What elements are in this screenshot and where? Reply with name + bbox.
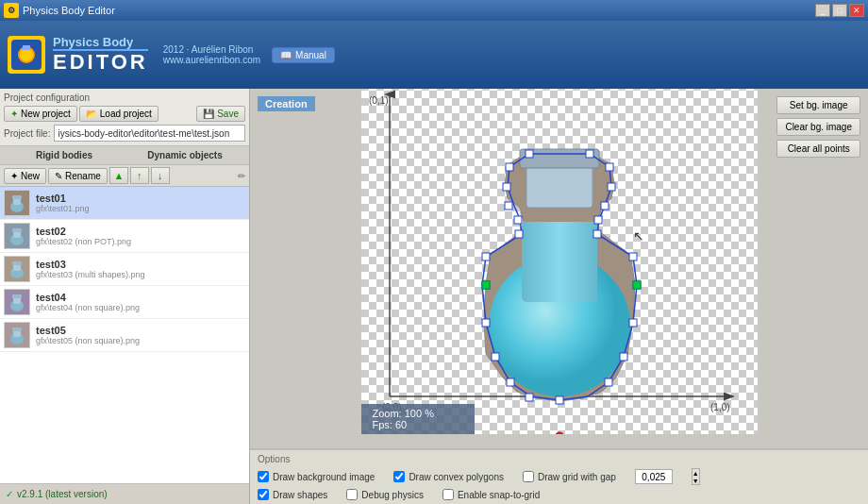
svg-rect-56 — [633, 281, 641, 289]
move-up2-button[interactable]: ↑ — [130, 167, 149, 184]
move-up-button[interactable]: ▲ — [109, 167, 128, 184]
manual-button[interactable]: 📖 Manual — [272, 47, 335, 63]
manual-label: Manual — [295, 50, 326, 60]
file-label: Project file: — [4, 128, 50, 139]
svg-rect-34 — [594, 216, 602, 224]
svg-rect-48 — [482, 253, 490, 260]
snap-to-grid-checkbox[interactable] — [442, 489, 454, 500]
draw-bg-image-checkbox[interactable] — [258, 471, 269, 482]
body-file: gfx\test05 (non square).png — [36, 336, 140, 345]
body-name: test03 — [36, 259, 145, 270]
body-info: test02 gfx\test02 (non POT).png — [36, 226, 131, 246]
maximize-button[interactable]: □ — [832, 4, 847, 17]
status-check-icon: ✓ — [6, 489, 13, 499]
dynamic-objects-tab[interactable]: Dynamic objects — [125, 148, 245, 162]
svg-rect-49 — [515, 230, 523, 238]
logo-bottom: EDITOR — [53, 49, 148, 74]
options-row-2: Draw shapes Debug physics Enable snap-to… — [258, 489, 860, 500]
title-bar-buttons: _ □ ✕ — [815, 4, 864, 17]
svg-rect-8 — [12, 228, 22, 232]
draw-grid-label: Draw grid with gap — [538, 472, 616, 482]
set-bg-image-button[interactable]: Set bg. image — [776, 96, 860, 114]
svg-rect-51 — [505, 202, 512, 210]
file-path-input[interactable] — [54, 125, 245, 142]
svg-rect-33 — [601, 202, 609, 210]
svg-rect-40 — [605, 378, 612, 386]
logo-text: Physics Body EDITOR — [53, 35, 148, 74]
body-item[interactable]: test04 gfx\test04 (non square).png — [0, 286, 249, 319]
debug-physics-checkbox[interactable] — [346, 489, 358, 500]
header-year: 2012 · Aurélien Ribon — [163, 44, 260, 55]
manual-icon: 📖 — [280, 50, 292, 60]
body-item[interactable]: test03 gfx\test03 (multi shapes).png — [0, 253, 249, 286]
body-item[interactable]: test05 gfx\test05 (non square).png — [0, 319, 249, 352]
save-button[interactable]: 💾 Save — [196, 106, 245, 122]
rename-body-button[interactable]: ✎ Rename — [48, 168, 108, 184]
canvas-area[interactable]: Creation Set bg. image Clear bg. image C… — [250, 89, 868, 448]
body-thumbnail — [4, 256, 30, 282]
new-body-button[interactable]: ✦ New — [4, 168, 46, 184]
debug-physics-option: Debug physics — [346, 489, 424, 500]
body-name: test05 — [36, 325, 140, 336]
svg-rect-53 — [506, 163, 513, 171]
svg-rect-30 — [586, 150, 593, 158]
draw-grid-checkbox[interactable] — [523, 471, 534, 482]
svg-rect-44 — [507, 378, 514, 386]
gap-down-button[interactable]: ▼ — [693, 477, 699, 484]
draw-grid-option: Draw grid with gap — [523, 471, 616, 482]
gap-up-button[interactable]: ▲ — [693, 469, 699, 477]
body-thumbnail — [4, 190, 30, 216]
svg-rect-11 — [12, 261, 22, 265]
project-config: Project configuration ✦ New project 📂 Lo… — [0, 89, 249, 146]
draw-shapes-checkbox[interactable] — [258, 489, 269, 500]
edit-icon[interactable]: ✏ — [238, 171, 245, 181]
body-file: gfx\test03 (multi shapes).png — [36, 270, 145, 279]
app-icon: ⚙ — [4, 3, 19, 18]
minimize-button[interactable]: _ — [815, 4, 830, 17]
rigid-bodies-tab[interactable]: Rigid bodies — [4, 148, 125, 162]
body-thumbnail — [4, 322, 30, 348]
body-info: test03 gfx\test03 (multi shapes).png — [36, 259, 145, 279]
load-project-button[interactable]: 📂 Load project — [79, 106, 159, 122]
file-row: Project file: — [4, 125, 245, 142]
canvas-svg: (0,0) (1,0) (0,1) — [361, 89, 758, 434]
body-item[interactable]: test01 gfx\test01.png — [0, 187, 249, 220]
svg-rect-32 — [608, 183, 615, 191]
svg-rect-31 — [606, 163, 613, 171]
svg-rect-46 — [482, 319, 490, 327]
body-info: test05 gfx\test05 (non square).png — [36, 325, 140, 345]
svg-rect-25 — [522, 222, 597, 302]
svg-rect-55 — [482, 281, 490, 289]
new-project-icon: ✦ — [10, 109, 18, 119]
bodies-header: Rigid bodies Dynamic objects — [0, 146, 249, 165]
body-name: test04 — [36, 292, 140, 303]
svg-rect-5 — [12, 195, 22, 199]
status-bar: ✓ v2.9.1 (latest version) — [0, 483, 249, 504]
svg-rect-29 — [526, 150, 533, 158]
body-name: test02 — [36, 226, 131, 237]
header-website: www.aurelienribon.com — [163, 55, 260, 65]
draw-convex-polygons-option: Draw convex polygons — [393, 471, 504, 482]
load-icon: 📂 — [86, 109, 97, 119]
new-body-icon: ✦ — [10, 171, 18, 181]
svg-rect-39 — [620, 353, 627, 361]
bodies-toolbar: ✦ New ✎ Rename ▲ ↑ ↓ ✏ — [0, 165, 249, 187]
body-item[interactable]: test02 gfx\test02 (non POT).png — [0, 220, 249, 253]
canvas-viewport: (0,0) (1,0) (0,1) — [250, 117, 868, 392]
draw-convex-polygons-checkbox[interactable] — [393, 471, 405, 482]
move-down-button[interactable]: ↓ — [151, 167, 170, 184]
options-title: Options — [258, 454, 860, 464]
gap-value-input[interactable] — [635, 469, 673, 484]
svg-text:↖: ↖ — [633, 228, 644, 244]
svg-rect-43 — [526, 394, 533, 401]
new-project-button[interactable]: ✦ New project — [4, 106, 77, 122]
close-button[interactable]: ✕ — [849, 4, 864, 17]
logo-top: Physics Body — [53, 35, 148, 49]
svg-rect-36 — [629, 253, 637, 260]
canvas-inner: (0,0) (1,0) (0,1) — [361, 89, 758, 434]
project-config-title: Project configuration — [4, 92, 245, 103]
draw-bg-image-option: Draw background image — [258, 471, 375, 482]
options-row: Draw background image Draw convex polygo… — [258, 468, 860, 485]
options-bar: Options Draw background image Draw conve… — [250, 448, 868, 504]
svg-rect-45 — [492, 353, 499, 361]
